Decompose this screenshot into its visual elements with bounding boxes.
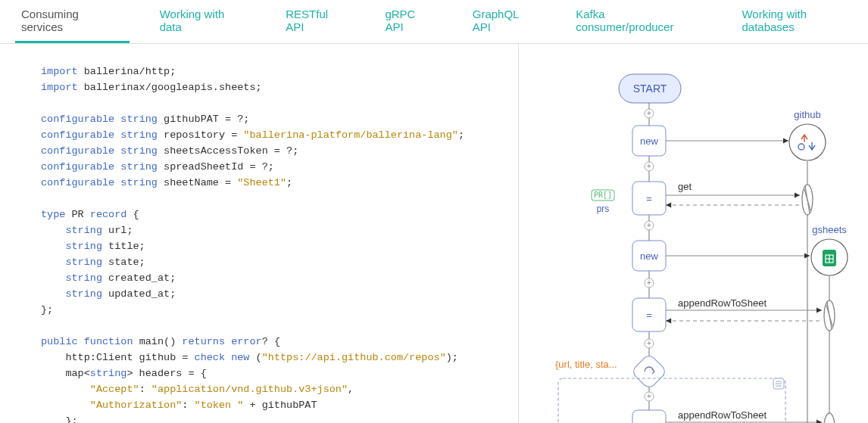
svg-text:+: + [647,339,651,347]
svg-text:+: + [647,392,651,400]
tab-kafka[interactable]: Kafka consumer/producer [570,0,711,43]
diagram-pane: START + new github + PR[] prs = [518,44,868,423]
svg-point-36 [824,413,835,423]
appendrow-label-1: appendRowToSheet [678,297,767,309]
svg-text:+: + [647,278,651,287]
tab-working-with-data[interactable]: Working with data [154,0,256,43]
svg-text:PR[]: PR[] [594,191,612,199]
github-endpoint[interactable] [789,124,826,160]
diagram-svg: START + new github + PR[] prs = [519,44,868,423]
svg-text:new: new [640,135,658,147]
code-block: import ballerina/http; import ballerinax… [41,64,491,423]
gsheets-label: gsheets [812,224,847,235]
tab-databases[interactable]: Working with databases [735,0,868,43]
start-text: START [633,82,667,95]
github-label: github [794,109,820,120]
svg-text:new: new [640,250,658,262]
get-label: get [678,181,692,192]
code-pane: import ballerina/http; import ballerinax… [0,44,518,423]
appendrow-label-2: appendRowToSheet [678,409,767,421]
tab-graphql-api[interactable]: GraphQL API [467,0,545,43]
tab-consuming-services[interactable]: Consuming services [15,0,130,43]
prs-label: prs [597,204,610,214]
tab-restful-api[interactable]: RESTful API [279,0,354,43]
iterator-node[interactable] [631,353,667,390]
svg-text:+: + [647,109,651,117]
svg-text:+: + [647,162,651,170]
svg-text:=: = [646,193,652,204]
iter-text: {url, title, sta... [555,359,617,370]
tab-grpc-api[interactable]: gRPC API [379,0,442,43]
tabs-bar: Consuming services Working with data RES… [0,0,868,44]
svg-text:=: = [646,309,652,321]
svg-text:+: + [647,221,651,229]
